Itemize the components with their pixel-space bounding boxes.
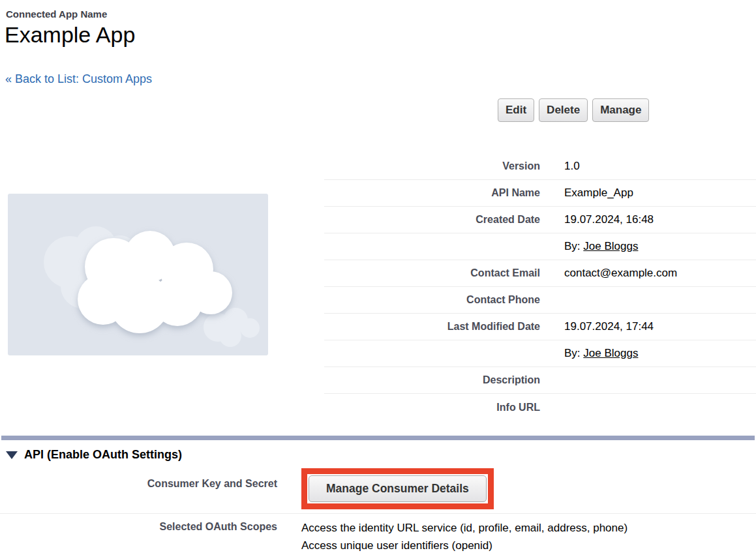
table-row-created-by: By: Joe Bloggs bbox=[324, 233, 756, 260]
consumer-key-secret-row: Consumer Key and Secret Manage Consumer … bbox=[0, 464, 756, 514]
action-toolbar: Edit Delete Manage bbox=[498, 98, 649, 122]
collapse-triangle-icon[interactable] bbox=[6, 451, 18, 459]
section-divider-bar bbox=[1, 436, 755, 440]
field-value: contact@example.com bbox=[564, 267, 677, 280]
field-value: 19.07.2024, 17:44 bbox=[564, 320, 654, 333]
selected-oauth-scopes-row: Selected OAuth Scopes Access the identit… bbox=[0, 515, 756, 553]
table-row-contact-email: Contact Email contact@example.com bbox=[324, 260, 756, 287]
delete-button[interactable]: Delete bbox=[539, 98, 588, 122]
consumer-key-secret-label: Consumer Key and Secret bbox=[0, 464, 277, 513]
field-value: 1.0 bbox=[564, 160, 580, 173]
field-label: Version bbox=[324, 160, 540, 172]
table-row-version: Version 1.0 bbox=[324, 153, 756, 180]
app-detail-table: Version 1.0 API Name Example_App Created… bbox=[324, 153, 756, 421]
table-row-info-url: Info URL bbox=[324, 394, 756, 421]
table-row-modified-by: By: Joe Bloggs bbox=[324, 340, 756, 367]
oauth-section-header[interactable]: API (Enable OAuth Settings) bbox=[6, 448, 182, 462]
by-prefix: By: bbox=[564, 347, 583, 359]
field-label: Contact Email bbox=[324, 267, 540, 279]
field-value: Example_App bbox=[564, 187, 633, 200]
table-row-last-modified-date: Last Modified Date 19.07.2024, 17:44 bbox=[324, 314, 756, 340]
connected-app-name-label: Connected App Name bbox=[6, 8, 107, 20]
edit-button[interactable]: Edit bbox=[498, 98, 534, 122]
field-label: Created Date bbox=[324, 214, 540, 226]
page-title: Example App bbox=[5, 22, 135, 48]
table-row-created-date: Created Date 19.07.2024, 16:48 bbox=[324, 207, 756, 233]
cloud-illustration bbox=[8, 194, 268, 355]
manage-button[interactable]: Manage bbox=[592, 98, 649, 122]
selected-oauth-scopes-value: Access the identity URL service (id, pro… bbox=[301, 519, 627, 553]
field-label: API Name bbox=[324, 187, 540, 199]
field-label: Description bbox=[324, 374, 540, 386]
table-row-contact-phone: Contact Phone bbox=[324, 287, 756, 314]
modified-by-user-link[interactable]: Joe Bloggs bbox=[583, 347, 638, 359]
field-value: 19.07.2024, 16:48 bbox=[564, 213, 654, 226]
back-to-list-link[interactable]: « Back to List: Custom Apps bbox=[5, 72, 152, 86]
oauth-section-title: API (Enable OAuth Settings) bbox=[24, 448, 182, 462]
selected-oauth-scopes-label: Selected OAuth Scopes bbox=[0, 519, 277, 553]
consumer-key-secret-value: Manage Consumer Details bbox=[301, 464, 494, 513]
field-label: Last Modified Date bbox=[324, 321, 540, 333]
highlight-box: Manage Consumer Details bbox=[301, 468, 494, 509]
by-prefix: By: bbox=[564, 240, 583, 252]
field-value: By: Joe Bloggs bbox=[564, 347, 638, 360]
manage-consumer-details-button[interactable]: Manage Consumer Details bbox=[309, 475, 487, 502]
oauth-scope-item: Access the identity URL service (id, pro… bbox=[301, 519, 627, 537]
field-label: Contact Phone bbox=[324, 294, 540, 306]
table-row-api-name: API Name Example_App bbox=[324, 180, 756, 207]
field-label: Info URL bbox=[324, 402, 540, 413]
connected-app-detail-page: Connected App Name Example App « Back to… bbox=[0, 0, 756, 553]
app-logo-image bbox=[8, 194, 268, 355]
field-value: By: Joe Bloggs bbox=[564, 240, 638, 253]
created-by-user-link[interactable]: Joe Bloggs bbox=[583, 240, 638, 252]
table-row-description: Description bbox=[324, 367, 756, 394]
oauth-scope-item: Access unique user identifiers (openid) bbox=[301, 537, 627, 553]
